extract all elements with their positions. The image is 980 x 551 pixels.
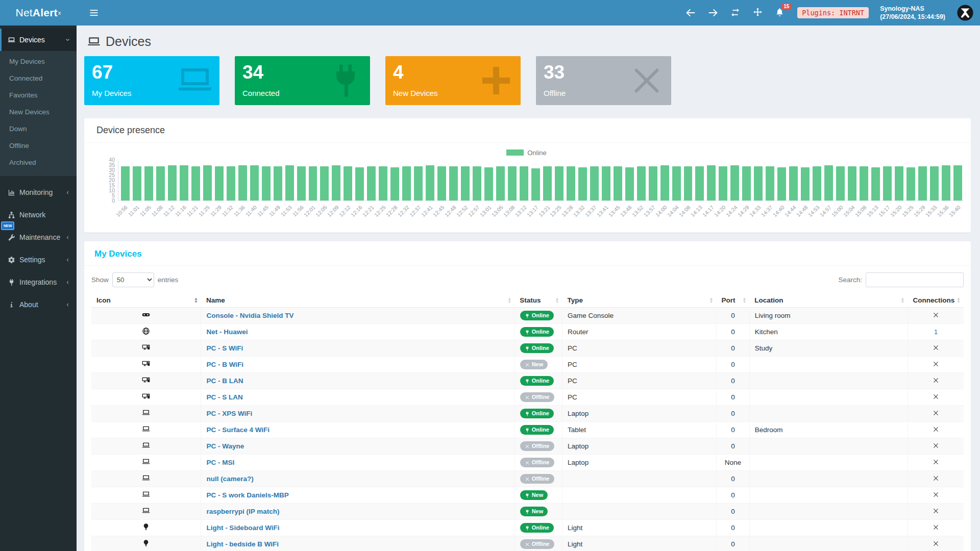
device-connections	[908, 406, 964, 422]
summary-card-connected[interactable]: 34Connected	[235, 56, 370, 105]
column-header-type[interactable]: Type▲▼	[562, 293, 716, 308]
summary-cards: 67My Devices34Connected4New Devices33Off…	[84, 56, 971, 105]
chevron-left-icon	[65, 235, 70, 240]
notifications-button[interactable]: 15	[775, 7, 786, 18]
status-label: Online	[532, 427, 549, 433]
column-header-port[interactable]: Port▲▼	[716, 293, 749, 308]
device-name-link[interactable]: Light - bedside B WiFi	[206, 540, 279, 548]
refresh-button[interactable]	[730, 7, 741, 18]
device-type: Light	[562, 520, 716, 536]
device-connections	[908, 536, 964, 551]
device-port: 0	[716, 389, 749, 406]
device-connections	[908, 520, 964, 536]
laptop-icon	[177, 62, 213, 99]
device-name-link[interactable]: PC - B LAN	[206, 377, 243, 385]
device-name-link[interactable]: PC - MSI	[206, 459, 234, 466]
status-label: New	[532, 508, 544, 515]
chart-bar	[543, 166, 552, 201]
sidebar-subitem-my-devices[interactable]: My Devices	[0, 53, 77, 70]
device-connections	[908, 504, 964, 520]
times-icon	[525, 395, 530, 400]
device-name-link[interactable]: raspberrypi (IP match)	[206, 508, 279, 515]
chart-bar	[437, 166, 446, 201]
table-row: Light - Sideboard WiFiOnlineLight0	[91, 520, 964, 536]
info-icon	[8, 301, 15, 309]
sidebar-toggle-button[interactable]	[84, 0, 104, 26]
chart-bar	[895, 166, 903, 201]
column-label: Name	[206, 296, 225, 304]
no-connections-icon	[933, 459, 939, 465]
column-header-status[interactable]: Status▲▼	[514, 293, 562, 308]
plugins-status-badge[interactable]: Plugins: INTRNT	[797, 7, 869, 18]
search-input[interactable]	[866, 272, 964, 287]
status-label: Online	[532, 410, 549, 417]
user-avatar[interactable]	[957, 4, 974, 21]
sidebar-item-maintenance[interactable]: MaintenanceNEW	[0, 226, 77, 248]
sidebar-item-about[interactable]: About	[0, 293, 77, 316]
chart-bar	[848, 166, 856, 201]
move-layout-button[interactable]	[752, 7, 764, 18]
x-tick-label: 10:56	[115, 204, 129, 218]
show-label: Show	[91, 276, 109, 284]
times-icon	[525, 542, 530, 547]
device-type: PC	[562, 340, 716, 357]
plug-icon	[525, 525, 530, 531]
sidebar-item-monitoring[interactable]: Monitoring	[0, 181, 77, 204]
device-name-link[interactable]: PC - S WiFi	[206, 344, 243, 352]
device-name-link[interactable]: PC - XPS WiFi	[206, 410, 252, 417]
status-label: Online	[532, 345, 549, 352]
nav-forward-button[interactable]	[707, 7, 719, 18]
device-port: 0	[716, 504, 749, 520]
device-name-link[interactable]: Net - Huawei	[206, 328, 248, 336]
column-header-name[interactable]: Name▲▼	[201, 293, 514, 308]
sidebar-section-label: Maintenance	[19, 233, 60, 241]
device-name-link[interactable]: PC - S work Daniels-MBP	[206, 491, 288, 499]
device-name-link[interactable]: Light - Sideboard WiFi	[206, 524, 279, 532]
chart-bar	[508, 166, 517, 201]
sidebar-subitem-down[interactable]: Down	[0, 120, 77, 137]
chart-bar	[766, 166, 774, 201]
connections-count-link[interactable]: 1	[934, 328, 938, 336]
device-type: Laptop	[562, 438, 716, 455]
sidebar-section-label: Monitoring	[19, 188, 53, 196]
chart-legend[interactable]: Online	[89, 147, 964, 158]
sidebar-item-settings[interactable]: Settings	[0, 248, 77, 271]
summary-card-my-devices[interactable]: 67My Devices	[84, 56, 219, 105]
device-location: Living room	[749, 308, 908, 324]
chart-bar	[449, 166, 458, 201]
device-name-link[interactable]: null (camera?)	[206, 475, 253, 483]
device-port: 0	[716, 422, 749, 438]
devices-submenu: My DevicesConnectedFavoritesNew DevicesD…	[0, 51, 77, 176]
device-connections	[908, 487, 964, 504]
plug-icon	[525, 346, 530, 351]
sidebar-subitem-archived[interactable]: Archived	[0, 154, 77, 171]
column-header-connections[interactable]: Connections▲▼	[908, 293, 964, 308]
device-name-link[interactable]: PC - Wayne	[206, 442, 244, 450]
laptop-icon	[142, 474, 150, 482]
nav-back-button[interactable]	[685, 7, 696, 18]
entries-label: entries	[158, 276, 179, 284]
column-header-icon[interactable]: Icon▲▼	[91, 293, 201, 308]
table-row: PC - S work Daniels-MBPNew0	[91, 487, 964, 504]
sidebar-subitem-new-devices[interactable]: New Devices	[0, 104, 77, 120]
sidebar-subitem-favorites[interactable]: Favorites	[0, 87, 77, 104]
chevron-left-icon	[65, 302, 70, 308]
sidebar-subitem-connected[interactable]: Connected	[0, 70, 77, 87]
column-header-location[interactable]: Location▲▼	[749, 293, 908, 308]
device-name-link[interactable]: Console - Nvidia Shield TV	[206, 312, 293, 319]
sidebar-item-devices[interactable]: Devices	[0, 29, 77, 51]
sidebar-item-integrations[interactable]: Integrations	[0, 271, 77, 293]
app-logo[interactable]: NetAlertx	[0, 0, 77, 26]
status-badge: Offline	[520, 441, 554, 451]
device-connections	[908, 438, 964, 455]
device-port: 0	[716, 536, 749, 551]
page-length-select[interactable]: 50	[112, 272, 154, 287]
device-name-link[interactable]: PC - S LAN	[206, 393, 242, 401]
sidebar-subitem-offline[interactable]: Offline	[0, 137, 77, 154]
device-location	[749, 357, 908, 373]
device-name-link[interactable]: PC - Surface 4 WiFi	[206, 426, 270, 434]
sort-icon: ▲▼	[194, 297, 198, 304]
summary-card-new-devices[interactable]: 4New Devices	[385, 56, 521, 105]
summary-card-offline[interactable]: 33Offline	[536, 56, 671, 105]
device-name-link[interactable]: PC - B WiFi	[206, 361, 243, 368]
